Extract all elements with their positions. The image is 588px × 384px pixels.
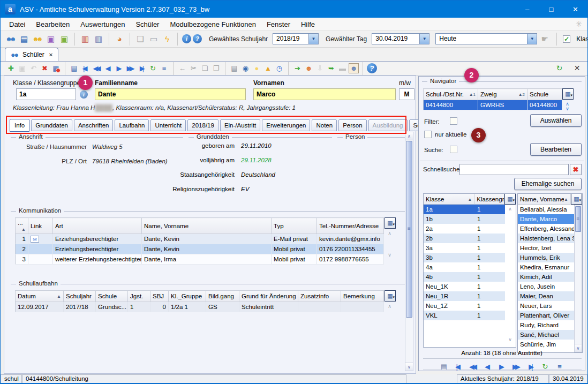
list-item[interactable]: Neu_1K1	[424, 282, 505, 291]
tab-noten[interactable]: Noten	[312, 119, 337, 131]
ausschneiden-icon[interactable]: ✂	[189, 63, 199, 73]
mw-field[interactable]: M	[399, 88, 414, 100]
tab-anschriften[interactable]: Anschriften	[74, 119, 114, 131]
navigator-grid-button[interactable]: ▦▾	[562, 88, 574, 100]
klasse-field[interactable]: 1a	[16, 88, 76, 100]
tab-erweiterungen[interactable]: Erweiterungen	[262, 119, 310, 131]
list-item[interactable]: Effenberg, Alessand...	[518, 224, 575, 234]
datensatz-uebersicht-icon[interactable]: ▤	[69, 63, 79, 73]
zurueck-navigation-icon[interactable]: ←	[177, 63, 187, 73]
listenansicht-icon[interactable]: ≡	[159, 63, 169, 73]
lehrkraefte-modul-icon[interactable]: ☻☻	[32, 33, 43, 45]
menu-item-hilfe[interactable]: Hilfe	[296, 19, 320, 30]
list-item[interactable]: 4b1	[424, 272, 505, 282]
list-item[interactable]: VKL1	[424, 311, 505, 320]
scroll-down-icon[interactable]: ∨	[563, 107, 571, 111]
column-header[interactable]: Art	[53, 218, 142, 234]
list-item[interactable]: Bellarabi, Alessia	[518, 205, 575, 214]
tab-2018-19[interactable]: 2018/19	[187, 119, 218, 131]
namen-grid-button[interactable]: ▦▾	[571, 193, 582, 205]
schnell-vor-icon[interactable]: ▶▶	[125, 63, 135, 73]
listenansicht-icon[interactable]: ≡	[554, 361, 565, 372]
hinweis-icon[interactable]: ●	[252, 63, 262, 73]
datensatz-uebersicht-icon[interactable]: ▤	[439, 361, 449, 372]
table-row[interactable]: 2ErziehungsberechtigterDante, KevinMobil…	[16, 244, 384, 254]
list-item[interactable]: Khedira, Esmanur	[518, 262, 575, 272]
hilfe-icon[interactable]: ?	[193, 34, 202, 43]
hilfe-kontext-icon[interactable]: ?	[367, 63, 377, 73]
archiv-icon[interactable]: ▬	[337, 63, 348, 73]
menu-item-sch-ler[interactable]: Schüler	[130, 19, 164, 30]
column-header[interactable]: Zweig▲2	[478, 89, 527, 100]
filter-checkbox[interactable]	[450, 117, 457, 125]
column-header[interactable]: Name, Vorname	[142, 218, 272, 234]
column-header[interactable]: Jgst.	[128, 291, 150, 302]
drucklisten-icon[interactable]: ▥	[93, 33, 104, 45]
aktualisieren-icon[interactable]: ↻	[540, 361, 551, 372]
schnell-zurueck-icon[interactable]: ◀◀	[468, 361, 478, 372]
daumen-icon[interactable]: ☛	[539, 33, 551, 45]
list-item[interactable]: 3a1	[424, 243, 505, 253]
menu-item-datei[interactable]: Datei	[4, 19, 31, 30]
column-header[interactable]: ...▲	[16, 218, 28, 234]
scroll-up-icon[interactable]: ∧	[386, 304, 394, 309]
kopieren-icon[interactable]: ❏	[200, 63, 210, 73]
aktualisieren-icon[interactable]: ↻	[148, 63, 158, 73]
table-row[interactable]: 1✉ErziehungsberechtigterDante, KevinE-Ma…	[16, 234, 384, 244]
list-item[interactable]: Hummels, Erik	[518, 253, 575, 262]
einfuegen-icon[interactable]: ❐	[211, 63, 221, 73]
list-item[interactable]: Sané, Michael	[518, 330, 575, 340]
scroll-up-icon[interactable]: ∧	[386, 231, 394, 236]
mail-icon[interactable]: ✉	[31, 236, 39, 243]
zurueck-icon[interactable]: ◀	[103, 63, 113, 73]
neuer-datensatz-icon[interactable]: ✚	[6, 63, 16, 73]
menu-item-bearbeiten[interactable]: Bearbeiten	[31, 19, 75, 30]
column-header[interactable]: Schule	[96, 291, 128, 302]
tab-ein-austritt[interactable]: Ein-/Austritt	[220, 119, 260, 131]
letzter-datensatz-icon[interactable]: ▶|	[137, 63, 147, 73]
scroll-up-icon[interactable]: ∧	[405, 132, 413, 140]
list-item[interactable]: 3b1	[424, 253, 505, 262]
schnell-vor-icon[interactable]: ▶▶	[511, 361, 522, 372]
list-item[interactable]: Neu_1R1	[424, 291, 505, 301]
column-header[interactable]: SBJ	[150, 291, 169, 302]
chevron-down-icon[interactable]: ▼	[308, 34, 318, 44]
scroll-down-icon[interactable]: ∨	[506, 337, 514, 342]
klasse-beibehalten-checkbox[interactable]: ✓	[563, 35, 570, 43]
export-icon[interactable]: ➔	[292, 63, 303, 73]
tab-unterricht[interactable]: Unterricht	[150, 119, 186, 131]
berichte-icon[interactable]: ▥	[79, 33, 91, 45]
list-item[interactable]: Neu_1Z1	[424, 301, 505, 311]
ansicht-schliessen-icon[interactable]: ✕	[572, 63, 582, 73]
tab-info[interactable]: Info	[10, 119, 29, 132]
column-header[interactable]: Tel.-Nummer/Adresse	[317, 218, 384, 234]
list-item[interactable]: Maier, Dean	[518, 291, 575, 301]
table-row[interactable]: 3weiterer ErziehungsberechtigterDante, I…	[16, 254, 384, 265]
list-item[interactable]: Schürrle, Jim	[518, 340, 575, 349]
nur-aktuelle-checkbox[interactable]	[424, 131, 432, 138]
column-header[interactable]: Schule	[527, 89, 562, 100]
column-header[interactable]: Datum▲	[16, 291, 64, 302]
menu-item-modulbezogene-funktionen[interactable]: Modulbezogene Funktionen	[164, 19, 261, 30]
bearbeiten-button[interactable]: Bearbeiten	[530, 143, 582, 156]
list-item[interactable]: 1b1	[424, 214, 505, 224]
list-item[interactable]: Dante, Marco	[518, 214, 575, 224]
column-header[interactable]: Typ	[272, 218, 317, 234]
schnellsuche-input[interactable]	[459, 164, 569, 175]
letzter-datensatz-icon[interactable]: ▶|	[525, 361, 536, 372]
scrollbar-thumb[interactable]	[575, 206, 581, 232]
vor-icon[interactable]: ▶	[496, 361, 507, 372]
blitz-icon[interactable]: ϟ	[161, 33, 173, 45]
list-item[interactable]: 2a1	[424, 224, 505, 234]
tag-modus-combobox[interactable]: Heute ▼	[435, 33, 537, 44]
list-item[interactable]: Halstenberg, Lena S...	[518, 234, 575, 243]
mitteilungen-modul-icon[interactable]: ▣	[58, 33, 70, 45]
name-column-header[interactable]: Name, Vorname(n)▲	[518, 194, 571, 205]
schnell-zurueck-icon[interactable]: ◀◀	[92, 63, 102, 73]
loeschen-icon[interactable]: ✖	[40, 63, 50, 73]
schueler-modul-icon[interactable]: ☻☻	[5, 33, 17, 45]
erster-datensatz-icon[interactable]: |◀	[80, 63, 91, 73]
list-item[interactable]: 1a1	[424, 205, 505, 214]
table-row[interactable]: 04144800GWRHS04144800	[424, 100, 562, 110]
datensatz-verwerfen-icon[interactable]: ▦	[51, 63, 61, 73]
